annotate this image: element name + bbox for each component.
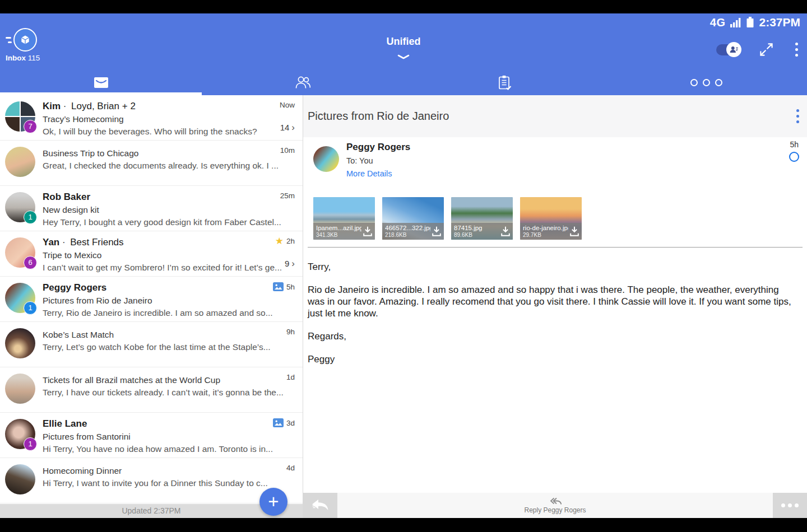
signal-strength-icon [730,17,741,28]
battery-icon [746,17,754,28]
email-subject: Homecoming Dinner [43,466,267,476]
email-meta: ★ 2h [275,237,295,245]
email-rows: 7 KimLoyd, Brian + 2 Tracy’s Homecoming … [0,95,303,503]
email-list-item[interactable]: Adam Anderson Tickets for all Brazil mat… [0,367,303,413]
email-preview: Hi Terry, I want to invite you for a Din… [43,478,289,488]
attachment-filename: rio-de-janeiro.jpg [523,225,568,231]
email-app: 4G 2:37PM Inbox 115 [0,13,807,518]
sender-name: Peggy Rogers [43,282,106,293]
avatar[interactable] [5,328,35,358]
unread-count-badge: 6 [24,256,37,269]
footer-more-button[interactable] [773,493,807,518]
email-meta: Now [280,101,295,109]
tasks-clipboard-icon [497,74,512,91]
email-meta: 3d [273,418,295,427]
email-subject: Kobe’s Last Match [43,330,267,340]
app-header: 4G 2:37PM Inbox 115 [0,13,807,95]
star-icon[interactable]: ★ [275,237,284,245]
download-icon[interactable] [361,226,374,237]
email-list-item[interactable]: Mike Anderson Homecoming Dinner Hi Terry… [0,458,303,503]
sender-avatar[interactable] [313,146,339,172]
status-bar: 4G 2:37PM [0,13,807,31]
chevron-down-icon [0,52,807,62]
sender-name: Peggy Rogers [346,142,410,153]
priority-senders-toggle[interactable] [716,44,740,55]
contact-toggle-knob [726,42,741,57]
email-list-item[interactable]: Nathan Johnson Kobe’s Last Match Terry, … [0,322,303,367]
tab-mail[interactable] [0,70,202,95]
reply-arrow-icon [311,498,330,512]
avatar[interactable]: 1 [5,419,35,449]
email-time: 1d [286,373,295,381]
footer-more-icon [781,503,799,507]
toolbar: Inbox 115 Unified [0,31,807,70]
email-subject: Tripe to Mexico [43,250,267,260]
reply-button[interactable]: Reply Peggy Rogers [337,493,773,518]
contacts-icon [294,75,312,90]
avatar[interactable]: 6 [5,237,35,268]
email-menu-icon[interactable] [794,107,801,125]
sender-name: Yan [43,237,59,248]
email-list-item[interactable]: Patricia Schmitd Business Trip to Chicag… [0,141,303,186]
avatar[interactable] [5,464,35,494]
email-list-item[interactable]: 1 Ellie Lane Pictures from Santorini Hi … [0,413,303,458]
attachment-card[interactable]: rio-de-janeiro.jpg 29.7KB [520,197,582,240]
body-paragraph: Peggy [308,353,798,365]
email-list-item[interactable]: 6 YanBest Friends Tripe to Mexico I can’… [0,231,303,277]
attachment-filename: 466572...322.jpg [385,225,430,231]
favorite-circle-icon[interactable] [789,152,799,162]
avatar[interactable]: 7 [5,101,35,132]
overflow-menu-icon[interactable] [793,40,800,59]
body-paragraph: Terry, [308,261,798,273]
avatar[interactable] [5,147,35,177]
compose-fab-button[interactable]: + [259,488,287,516]
attachment-filesize: 29.7KB [523,232,568,238]
email-meta: 9h [286,328,295,336]
expand-view-icon[interactable] [759,42,774,57]
attachment-filename: Ipanem...azil.jpg [316,225,361,231]
unread-count-badge: 1 [24,211,37,224]
thread-count: 9› [285,258,295,269]
attachment-overlay: 87415.jpg 89.6KB [451,223,513,240]
received-time: 5h [790,140,799,149]
email-preview: Terry, I have our tickets already. I can… [43,388,289,398]
more-details-link[interactable]: More Details [346,169,392,178]
tab-tasks[interactable] [404,70,605,95]
tab-contacts[interactable] [202,70,404,95]
attachment-card[interactable]: 466572...322.jpg 218.6KB [382,197,444,240]
email-subject: Tickets for all Brazil matches at the Wo… [43,375,267,385]
attachment-overlay: rio-de-janeiro.jpg 29.7KB [520,223,582,240]
avatar[interactable] [5,374,35,404]
body-paragraph: Regards, [308,330,798,342]
email-subject: Tracy’s Homecoming [43,114,267,124]
email-subject: New design kit [43,205,267,215]
email-time: 2h [286,237,295,245]
recipient-line: To: You [346,156,373,165]
attachment-card[interactable]: Ipanem...azil.jpg 341.3KB [313,197,375,240]
tab-more[interactable] [605,70,807,95]
folder-selector[interactable]: Unified [0,36,807,62]
sender-extra: Loyd, Brian + 2 [61,101,136,111]
email-list-item[interactable]: 1 Peggy Rogers Pictures from Rio de Jane… [0,277,303,322]
avatar[interactable]: 1 [5,283,35,313]
email-meta: 4d [286,464,295,472]
reading-pane: Pictures from Rio de Janeiro Peggy Roger… [303,95,807,518]
sender-name: Rob Baker [43,192,90,202]
attachment-filesize: 89.6KB [454,232,499,238]
download-icon[interactable] [430,226,443,237]
download-icon[interactable] [499,226,512,237]
email-preview: Hi Terry, You have no idea how amazed I … [43,444,289,454]
email-time: 5h [286,283,295,291]
download-icon[interactable] [568,226,581,237]
email-time: 4d [286,464,295,472]
reply-quick-button[interactable] [303,493,337,518]
email-preview: I can’t wait to get my Sombrero! I’m so … [43,263,289,273]
attachment-card[interactable]: 87415.jpg 89.6KB [451,197,513,240]
sender-name: Kim [43,101,61,111]
avatar[interactable]: 1 [5,192,35,222]
email-list-item[interactable]: 7 KimLoyd, Brian + 2 Tracy’s Homecoming … [0,95,303,141]
email-time: 3d [286,419,295,427]
email-time: 10m [280,146,295,155]
body-paragraph: Rio de Janeiro is incredible. I am so am… [308,284,798,319]
email-list-item[interactable]: 1 Rob Baker New design kit Hey Terry, I … [0,186,303,231]
